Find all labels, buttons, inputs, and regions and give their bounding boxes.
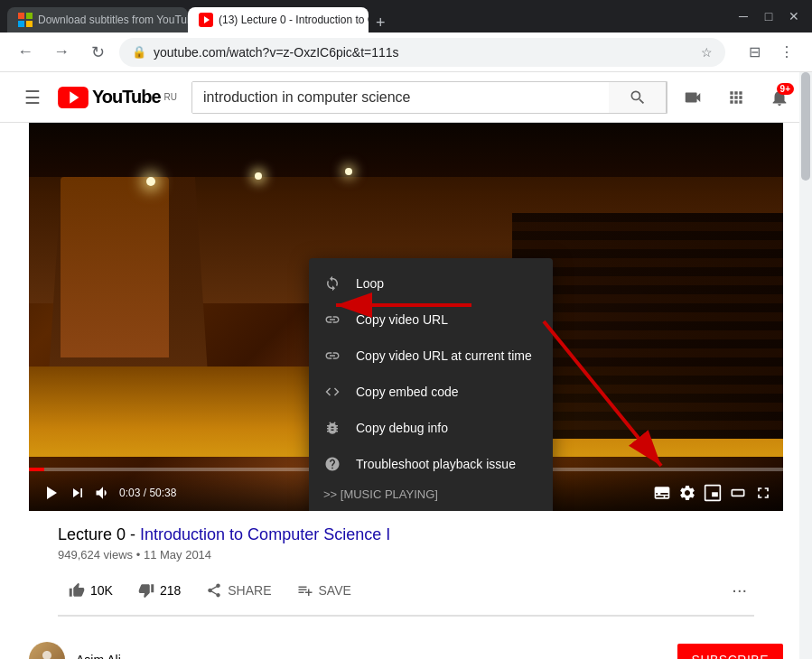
tab-label-subtitles: Download subtitles from YouTub... xyxy=(38,14,188,26)
progress-fill xyxy=(29,468,44,471)
save-button[interactable]: SAVE xyxy=(286,575,362,606)
ctx-troubleshoot[interactable]: Troubleshoot playback issue xyxy=(309,446,553,482)
skip-next-icon xyxy=(69,484,87,502)
video-actions: 10K 218 SHARE SAVE ··· xyxy=(58,572,754,617)
window-controls: ─ □ ✕ xyxy=(733,5,805,27)
embed-icon xyxy=(323,383,341,401)
browser-tabs: Download subtitles from YouTub... ✕ (13)… xyxy=(7,0,720,32)
ctx-copy-url-time-label: Copy video URL at current time xyxy=(356,348,532,363)
apps-grid-icon xyxy=(727,88,745,107)
forward-button[interactable]: → xyxy=(47,38,76,67)
play-icon xyxy=(40,482,61,504)
debug-icon xyxy=(323,419,341,437)
music-playing-text: >> [MUSIC PLAYING] xyxy=(309,482,553,506)
svg-rect-1 xyxy=(26,13,33,19)
ctx-copy-url-label: Copy video URL xyxy=(356,312,448,327)
address-text: youtube.com/watch?v=z-OxzIC6pic&t=111s xyxy=(154,45,694,60)
save-label: SAVE xyxy=(319,583,351,598)
search-icon xyxy=(629,88,647,107)
search-input[interactable] xyxy=(192,82,609,113)
subtitles-button[interactable] xyxy=(653,484,671,502)
question-icon xyxy=(323,455,341,473)
like-count: 10K xyxy=(90,583,113,598)
maximize-button[interactable]: □ xyxy=(758,5,779,27)
search-button[interactable] xyxy=(609,81,667,114)
ctx-copy-embed-label: Copy embed code xyxy=(356,385,459,399)
play-button[interactable] xyxy=(40,482,61,504)
main-content: Loop Copy video URL Copy video URL at cu… xyxy=(0,123,812,659)
theater-button[interactable] xyxy=(729,484,747,502)
like-button[interactable]: 10K xyxy=(58,575,124,606)
ctx-stats[interactable]: Stats for nerds xyxy=(309,506,553,511)
next-button[interactable] xyxy=(69,484,87,502)
video-meta: 949,624 views • 11 May 2014 xyxy=(58,548,754,562)
channel-name: Asim Ali xyxy=(76,653,121,659)
share-button[interactable]: SHARE xyxy=(195,575,282,606)
ctx-copy-debug-label: Copy debug info xyxy=(356,421,448,435)
share-icon xyxy=(206,582,222,599)
subscribe-button[interactable]: SUBSCRIBE xyxy=(677,644,783,659)
youtube-logo[interactable]: YouTube RU xyxy=(58,87,177,108)
scrollbar[interactable] xyxy=(799,72,812,659)
volume-button[interactable] xyxy=(94,484,112,502)
more-actions-button[interactable]: ··· xyxy=(724,572,754,608)
close-button[interactable]: ✕ xyxy=(783,5,805,27)
tab-subtitles[interactable]: Download subtitles from YouTub... ✕ xyxy=(7,7,188,32)
link-time-icon xyxy=(323,347,341,365)
channel-avatar xyxy=(29,642,65,659)
back-button[interactable]: ← xyxy=(11,38,40,67)
video-player[interactable]: Loop Copy video URL Copy video URL at cu… xyxy=(29,123,783,511)
video-title-static: Lecture 0 - xyxy=(58,525,140,543)
video-camera-icon xyxy=(683,88,703,107)
share-label: SHARE xyxy=(228,583,271,598)
ctx-copy-url[interactable]: Copy video URL xyxy=(309,302,553,338)
more-options-button[interactable]: ⋮ xyxy=(772,38,801,67)
meta-separator: • xyxy=(136,548,144,562)
refresh-button[interactable]: ↻ xyxy=(83,38,112,67)
browser-menu-icons: ⊟ ⋮ xyxy=(740,38,801,67)
tab-label-youtube: (13) Lecture 0 - Introduction to C... xyxy=(219,14,369,26)
hall-top-dark xyxy=(29,123,783,177)
notification-button[interactable]: 9+ xyxy=(761,79,798,116)
view-count: 949,624 views xyxy=(58,548,133,562)
time-current: 0:03 xyxy=(119,487,140,499)
miniplayer-button[interactable] xyxy=(704,484,722,502)
svg-rect-2 xyxy=(18,21,24,27)
dislike-button[interactable]: 218 xyxy=(127,575,191,606)
new-tab-button[interactable]: + xyxy=(369,14,393,32)
publish-date: 11 May 2014 xyxy=(144,548,211,562)
avatar-silhouette xyxy=(33,646,61,659)
browser-titlebar: Download subtitles from YouTub... ✕ (13)… xyxy=(0,0,812,32)
ctx-loop[interactable]: Loop xyxy=(309,265,553,302)
save-icon xyxy=(297,582,313,599)
ctx-copy-debug[interactable]: Copy debug info xyxy=(309,410,553,446)
dislike-count: 218 xyxy=(160,583,181,598)
thumbs-down-icon xyxy=(138,582,154,599)
video-title-link[interactable]: Introduction to Computer Science I xyxy=(140,525,390,543)
tab-favicon-youtube xyxy=(199,13,213,27)
fullscreen-button[interactable] xyxy=(754,484,772,502)
video-info: Lecture 0 - Introduction to Computer Sci… xyxy=(29,511,783,631)
light-1 xyxy=(146,177,155,186)
notification-badge: 9+ xyxy=(777,83,794,95)
time-total: 50:38 xyxy=(149,487,176,499)
miniplayer-icon xyxy=(704,484,722,502)
time-display: 0:03 / 50:38 xyxy=(119,487,176,499)
cast-icon[interactable]: ⊟ xyxy=(740,38,769,67)
ctx-copy-url-time[interactable]: Copy video URL at current time xyxy=(309,338,553,374)
light-3 xyxy=(345,168,352,175)
scrollbar-thumb[interactable] xyxy=(801,72,810,181)
address-bar[interactable]: 🔒 youtube.com/watch?v=z-OxzIC6pic&t=111s… xyxy=(119,38,725,67)
ctx-copy-embed[interactable]: Copy embed code xyxy=(309,374,553,410)
minimize-button[interactable]: ─ xyxy=(733,5,754,27)
apps-button[interactable] xyxy=(718,79,754,116)
tab-youtube[interactable]: (13) Lecture 0 - Introduction to C... ✕ xyxy=(188,7,369,32)
search-bar-wrap xyxy=(191,81,667,114)
hamburger-menu-button[interactable]: ☰ xyxy=(14,79,51,116)
settings-button[interactable] xyxy=(678,484,696,502)
browser-addressbar: ← → ↻ 🔒 youtube.com/watch?v=z-OxzIC6pic&… xyxy=(0,32,812,72)
upload-button[interactable] xyxy=(675,79,711,116)
volume-icon xyxy=(94,484,112,502)
settings-icon xyxy=(678,484,696,502)
hall-pillar xyxy=(61,177,169,357)
